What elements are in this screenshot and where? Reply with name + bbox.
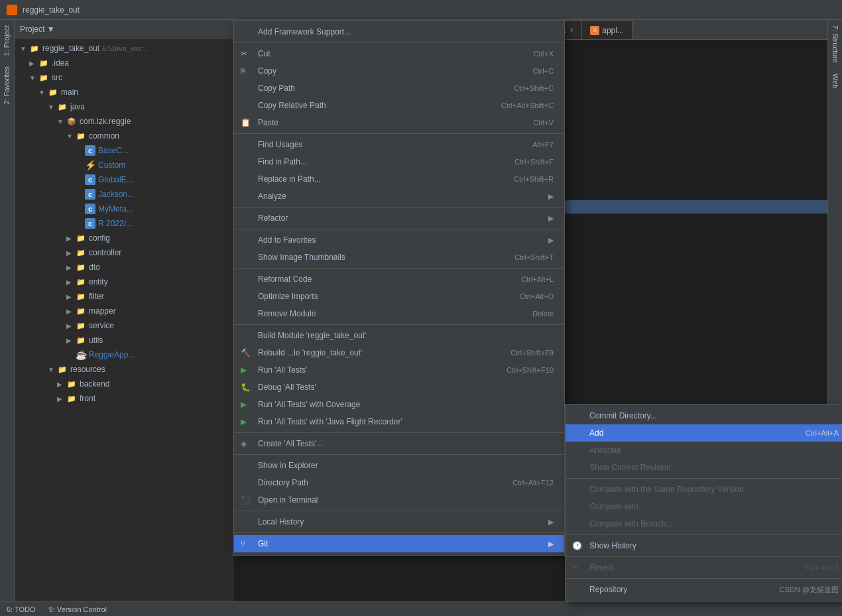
menu-item-replaceinpath[interactable]: Replace in Path... Ctrl+Shift+R bbox=[234, 170, 564, 188]
right-tab-structure[interactable]: 7: Structure bbox=[828, 20, 842, 68]
menu-label-copy: Copy bbox=[258, 66, 276, 76]
menu-item-createtests[interactable]: ◈ Create 'All Tests'... bbox=[234, 435, 564, 452]
menu-label-run: Run 'All Tests' bbox=[258, 365, 307, 375]
tree-item-root[interactable]: ▼ 📁 reggie_take_out E:\Java_wor... bbox=[15, 41, 233, 56]
tree-item-src[interactable]: ▼ 📁 src bbox=[15, 70, 233, 85]
submenu-separator-2 bbox=[566, 534, 842, 535]
sidebar-tab-project[interactable]: 1: Project bbox=[0, 20, 14, 61]
submenu-item-comparesame[interactable]: Compare with the Same Repository Version bbox=[566, 481, 842, 498]
tree-item-backend[interactable]: ▶ 📁 backend bbox=[15, 377, 233, 391]
submenu-label-comparebranch: Compare with Branch... bbox=[589, 519, 672, 528]
tree-item-front[interactable]: ▶ 📁 front bbox=[15, 391, 233, 406]
submenu-item-repository[interactable]: Repository CSDN @龙猫蓝图 bbox=[566, 581, 842, 598]
menu-item-cut[interactable]: ✂ Cut Ctrl+X bbox=[234, 45, 564, 62]
tree-item-idea[interactable]: ▶ 📁 .idea bbox=[15, 56, 233, 70]
project-panel-header[interactable]: Project ▼ bbox=[15, 20, 233, 38]
menu-item-favorites[interactable]: Add to Favorites ▶ bbox=[234, 231, 564, 249]
tree-item-utils[interactable]: ▶ 📁 utils bbox=[15, 333, 233, 347]
folder-icon-controller: 📁 bbox=[76, 247, 86, 258]
project-panel-title: Project ▼ bbox=[20, 25, 55, 34]
menu-item-removemodule[interactable]: Remove Module Delete bbox=[234, 305, 564, 322]
menu-item-findinpath[interactable]: Find in Path... Ctrl+Shift+F bbox=[234, 153, 564, 170]
menu-item-run[interactable]: ▶ Run 'All Tests' Ctrl+Shift+F10 bbox=[234, 361, 564, 379]
menu-item-openterminal[interactable]: ⬛ Open in Terminal bbox=[234, 491, 564, 509]
menu-item-coverage[interactable]: ▶ Run 'All Tests' with Coverage bbox=[234, 396, 564, 413]
tree-label-r: R 2022/... bbox=[98, 219, 133, 228]
tree-item-filter[interactable]: ▶ 📁 filter bbox=[15, 289, 233, 304]
tab-close-numbertest[interactable]: × bbox=[570, 27, 573, 34]
menu-item-debug[interactable]: 🐛 Debug 'All Tests' bbox=[234, 379, 564, 396]
menu-item-findusages[interactable]: Find Usages Alt+F7 bbox=[234, 136, 564, 153]
menu-item-copyrelpath[interactable]: Copy Relative Path Ctrl+Alt+Shift+C bbox=[234, 97, 564, 114]
menu-shortcut-reformat: Ctrl+Alt+L bbox=[521, 275, 554, 283]
menu-label-findinpath: Find in Path... bbox=[258, 157, 307, 166]
tree-item-resources[interactable]: ▼ 📁 resources bbox=[15, 362, 233, 377]
submenu-item-comparebranch[interactable]: Compare with Branch... bbox=[566, 515, 842, 532]
menu-item-showinexplorer[interactable]: Show in Explorer bbox=[234, 457, 564, 474]
tree-item-service[interactable]: ▶ 📁 service bbox=[15, 318, 233, 333]
tree-item-config[interactable]: ▶ 📁 config bbox=[15, 231, 233, 245]
submenu-item-showcurrent[interactable]: Show Current Revision bbox=[566, 459, 842, 476]
menu-item-dirpath[interactable]: Directory Path Ctrl+Alt+F12 bbox=[234, 474, 564, 491]
menu-item-optimize[interactable]: Optimize Imports Ctrl+Alt+O bbox=[234, 288, 564, 305]
menu-item-paste[interactable]: 📋 Paste Ctrl+V bbox=[234, 114, 564, 131]
paste-icon: 📋 bbox=[241, 118, 251, 127]
menu-item-refactor[interactable]: Refactor ▶ bbox=[234, 210, 564, 227]
menu-item-flightrecorder[interactable]: ▶ Run 'All Tests' with 'Java Flight Reco… bbox=[234, 413, 564, 430]
submenu-separator-3 bbox=[566, 556, 842, 557]
submenu-label-comparewith: Compare with... bbox=[589, 502, 645, 511]
menu-shortcut-run: Ctrl+Shift+F10 bbox=[507, 366, 554, 374]
tree-item-java[interactable]: ▼ 📁 java bbox=[15, 99, 233, 114]
file-icon-reggieapp: ☕ bbox=[76, 349, 86, 360]
tree-arrow-dto: ▶ bbox=[66, 264, 76, 271]
tree-label-root: reggie_take_out bbox=[42, 44, 99, 53]
menu-shortcut-cut: Ctrl+X bbox=[533, 50, 554, 58]
menu-item-analyze[interactable]: Analyze ▶ bbox=[234, 188, 564, 205]
tree-item-controller[interactable]: ▶ 📁 controller bbox=[15, 245, 233, 260]
tree-item-dto[interactable]: ▶ 📁 dto bbox=[15, 260, 233, 275]
submenu-item-annotate[interactable]: Annotate bbox=[566, 442, 842, 459]
menu-shortcut-thumbnails: Ctrl+Shift+T bbox=[514, 253, 554, 261]
project-tree[interactable]: ▼ 📁 reggie_take_out E:\Java_wor... ▶ 📁 .… bbox=[15, 38, 233, 601]
menu-item-git[interactable]: ⑂ Git ▶ bbox=[234, 535, 564, 552]
menu-item-localhistory[interactable]: Local History ▶ bbox=[234, 513, 564, 530]
right-tab-web[interactable]: Web bbox=[828, 68, 842, 93]
tree-item-custom[interactable]: ⚡ Custom bbox=[15, 158, 233, 172]
tree-arrow-resources: ▼ bbox=[48, 366, 57, 373]
file-icon-mymeta: c bbox=[85, 204, 95, 214]
menu-shortcut-copypath: Ctrl+Shift+C bbox=[514, 84, 554, 92]
menu-item-framework[interactable]: Add Framework Support... bbox=[234, 23, 564, 40]
menu-item-rebuild[interactable]: 🔨 Rebuild ...le 'reggie_take_out' Ctrl+S… bbox=[234, 344, 564, 361]
tree-item-reggieapp[interactable]: ☕ ReggieApp... bbox=[15, 347, 233, 362]
tab-appl[interactable]: X appl... bbox=[582, 21, 632, 39]
tree-item-main[interactable]: ▼ 📁 main bbox=[15, 85, 233, 99]
tree-item-common[interactable]: ▼ 📁 common bbox=[15, 129, 233, 143]
menu-shortcut-findusages: Alt+F7 bbox=[532, 141, 554, 149]
git-submenu: Commit Directory... Add Ctrl+Alt+A Annot… bbox=[565, 404, 842, 601]
menu-item-copypath[interactable]: Copy Path Ctrl+Shift+C bbox=[234, 80, 564, 97]
submenu-item-add[interactable]: Add Ctrl+Alt+A bbox=[566, 424, 842, 442]
submenu-item-showhistory[interactable]: 🕐 Show History bbox=[566, 537, 842, 554]
menu-item-copy[interactable]: ⎘ Copy Ctrl+C bbox=[234, 62, 564, 80]
tree-item-entity[interactable]: ▶ 📁 entity bbox=[15, 275, 233, 289]
submenu-item-commitdir[interactable]: Commit Directory... bbox=[566, 407, 842, 424]
menu-item-reformat[interactable]: Reformat Code Ctrl+Alt+L bbox=[234, 271, 564, 288]
sidebar-tab-favorites[interactable]: 2: Favorites bbox=[0, 61, 14, 109]
bottom-tab-todo[interactable]: 6: TODO bbox=[0, 602, 42, 617]
menu-item-buildmodule[interactable]: Build Module 'reggie_take_out' bbox=[234, 327, 564, 344]
tree-item-basec[interactable]: c BaseC... bbox=[15, 143, 233, 158]
submenu-item-comparewith[interactable]: Compare with... bbox=[566, 498, 842, 515]
tree-item-globale[interactable]: c GlobalE... bbox=[15, 172, 233, 187]
menu-label-copyrelpath: Copy Relative Path bbox=[258, 101, 326, 110]
submenu-item-revert[interactable]: ↩ Revert... Ctrl+Alt+Z bbox=[566, 559, 842, 576]
analyze-submenu-arrow: ▶ bbox=[548, 192, 554, 201]
tree-item-pkg[interactable]: ▼ 📦 com.lzk.reggie bbox=[15, 114, 233, 129]
tree-label-idea: .idea bbox=[52, 58, 69, 68]
bottom-tab-vcs[interactable]: 9: Version Control bbox=[42, 602, 113, 617]
menu-label-removemodule: Remove Module bbox=[258, 309, 316, 318]
tree-item-mymeta[interactable]: c MyMeta... bbox=[15, 202, 233, 216]
menu-item-thumbnails[interactable]: Show Image Thumbnails Ctrl+Shift+T bbox=[234, 249, 564, 266]
tree-item-jackson[interactable]: c Jackson... bbox=[15, 187, 233, 202]
tree-item-mapper[interactable]: ▶ 📁 mapper bbox=[15, 304, 233, 318]
tree-item-r[interactable]: c R 2022/... bbox=[15, 216, 233, 231]
